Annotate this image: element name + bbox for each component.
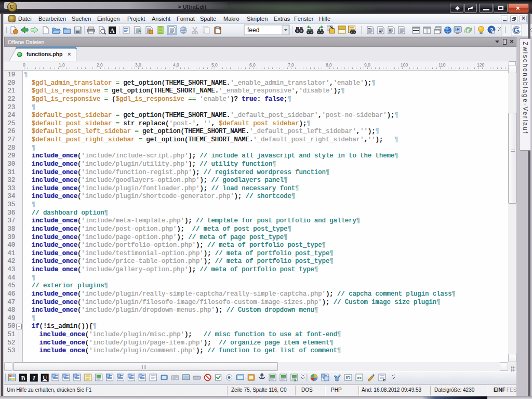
- svg-text:B: B: [21, 375, 25, 382]
- svg-text:G: G: [514, 26, 520, 34]
- svg-text:ID: ID: [346, 375, 351, 380]
- svg-text:U: U: [43, 375, 47, 381]
- svg-text:A: A: [110, 27, 115, 34]
- svg-text:<>: <>: [357, 376, 362, 380]
- svg-text:feed: feed: [247, 26, 259, 34]
